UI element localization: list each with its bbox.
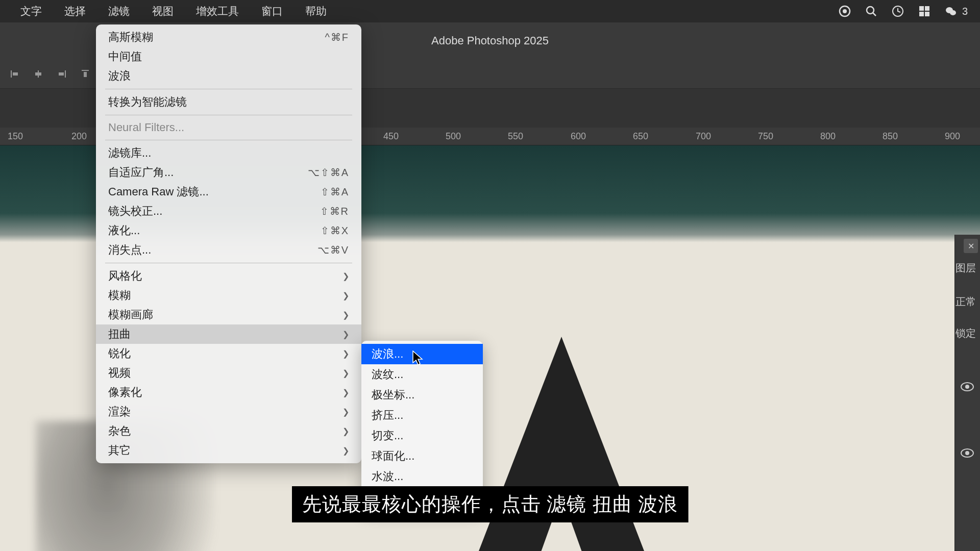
menu-item-高斯模糊[interactable]: 高斯模糊^⌘F [96,28,361,47]
svg-rect-12 [13,72,18,76]
menu-item-波浪[interactable]: 波浪 [96,66,361,86]
ruler-mark: 850 [883,131,898,142]
blend-mode-label[interactable]: 正常 [955,295,976,309]
chevron-right-icon: ❯ [342,446,349,456]
menu-item-扭曲[interactable]: 扭曲❯ [96,324,361,344]
svg-point-10 [950,10,956,15]
chevron-right-icon: ❯ [342,349,349,359]
align-right-button[interactable] [50,64,74,84]
align-center-h-button[interactable] [27,64,50,84]
svg-point-36 [965,451,969,455]
chevron-right-icon: ❯ [342,368,349,378]
ruler-mark: 550 [508,131,523,142]
menu-item-视频[interactable]: 视频❯ [96,363,361,383]
visibility-icon[interactable] [961,448,974,458]
menu-plugins[interactable]: 增效工具 [185,4,250,18]
menu-item-NeuralFilters: Neural Filters... [96,118,361,137]
submenu-item-挤压[interactable]: 挤压... [361,405,483,425]
menubar: 文字 选择 滤镜 视图 增效工具 窗口 帮助 3 [0,0,980,22]
align-left-button[interactable] [3,64,27,84]
wechat-icon[interactable] [945,5,957,17]
chevron-right-icon: ❯ [342,407,349,417]
record-icon[interactable] [839,5,851,17]
menu-select[interactable]: 选择 [53,4,97,18]
menu-item-杂色[interactable]: 杂色❯ [96,421,361,441]
search-icon[interactable] [865,5,877,17]
right-panel [954,235,980,551]
svg-point-2 [867,7,874,14]
visibility-icon[interactable] [961,382,974,392]
svg-rect-17 [82,70,89,71]
menu-item-风格化[interactable]: 风格化❯ [96,266,361,286]
svg-rect-7 [919,12,924,16]
menu-item-转换为智能滤镜[interactable]: 转换为智能滤镜 [96,92,361,112]
menu-item-自适应广角[interactable]: 自适应广角...⌥⇧⌘A [96,163,361,182]
ruler-mark: 750 [758,131,773,142]
ruler-mark: 650 [633,131,648,142]
ruler-mark: 800 [820,131,836,142]
svg-point-34 [965,385,969,389]
menu-item-锐化[interactable]: 锐化❯ [96,344,361,363]
menu-help[interactable]: 帮助 [294,4,338,18]
chevron-right-icon: ❯ [342,291,349,300]
menu-separator [105,263,352,263]
chevron-right-icon: ❯ [342,388,349,397]
distort-submenu: 波浪...波纹...极坐标...挤压...切变...球面化...水波...旋转扭… [361,341,483,510]
filter-menu-dropdown: 高斯模糊^⌘F中间值波浪转换为智能滤镜Neural Filters...滤镜库.… [96,24,361,463]
subtitle-caption: 先说最最核心的操作，点击 滤镜 扭曲 波浪 [292,486,689,522]
svg-rect-11 [11,70,12,78]
ruler-mark: 200 [71,131,87,142]
svg-rect-5 [919,6,924,11]
submenu-item-切变[interactable]: 切变... [361,425,483,446]
menu-item-液化[interactable]: 液化...⇧⌘X [96,221,361,240]
svg-rect-18 [84,72,87,77]
submenu-item-球面化[interactable]: 球面化... [361,446,483,466]
menu-view[interactable]: 视图 [141,4,185,18]
menu-item-像素化[interactable]: 像素化❯ [96,383,361,402]
chevron-right-icon: ❯ [342,330,349,339]
svg-rect-14 [35,72,41,76]
app-title: Adobe Photoshop 2025 [431,34,549,47]
chevron-right-icon: ❯ [342,427,349,436]
menu-item-滤镜库[interactable]: 滤镜库... [96,143,361,163]
menu-separator [105,140,352,140]
menubar-right: 3 [839,0,968,22]
menu-window[interactable]: 窗口 [250,4,294,18]
submenu-item-极坐标[interactable]: 极坐标... [361,385,483,405]
ruler-mark: 450 [383,131,399,142]
menu-item-中间值[interactable]: 中间值 [96,47,361,66]
menu-item-其它[interactable]: 其它❯ [96,441,361,460]
ruler-mark: 900 [945,131,960,142]
chevron-right-icon: ❯ [342,310,349,320]
clock-icon[interactable] [892,5,904,17]
notification-badge: 3 [962,6,968,17]
menu-filter[interactable]: 滤镜 [97,4,141,18]
chevron-right-icon: ❯ [342,271,349,281]
svg-line-3 [873,13,876,16]
menu-item-渲染[interactable]: 渲染❯ [96,402,361,421]
submenu-item-水波[interactable]: 水波... [361,466,483,487]
submenu-item-波纹[interactable]: 波纹... [361,364,483,385]
menu-item-模糊[interactable]: 模糊❯ [96,286,361,305]
svg-rect-16 [59,72,64,76]
svg-point-1 [843,9,847,13]
menu-separator [105,89,352,89]
submenu-item-波浪[interactable]: 波浪... [361,344,483,364]
menu-item-消失点[interactable]: 消失点...⌥⌘V [96,240,361,260]
menu-text[interactable]: 文字 [9,4,53,18]
ruler-mark: 700 [696,131,711,142]
close-panel-button[interactable]: ✕ [964,239,978,253]
menu-separator [105,115,352,115]
ruler-mark: 150 [8,131,23,142]
windows-icon[interactable] [918,5,930,17]
ruler-mark: 500 [446,131,461,142]
svg-rect-8 [925,12,929,16]
ruler-mark: 600 [571,131,586,142]
menu-item-模糊画廊[interactable]: 模糊画廊❯ [96,305,361,324]
menu-item-CameraRaw滤镜[interactable]: Camera Raw 滤镜...⇧⌘A [96,182,361,202]
layers-panel-label[interactable]: 图层 [955,261,976,275]
menu-item-镜头校正[interactable]: 镜头校正...⇧⌘R [96,202,361,221]
svg-rect-6 [925,6,929,11]
svg-rect-15 [65,70,66,78]
align-top-button[interactable] [74,64,97,84]
